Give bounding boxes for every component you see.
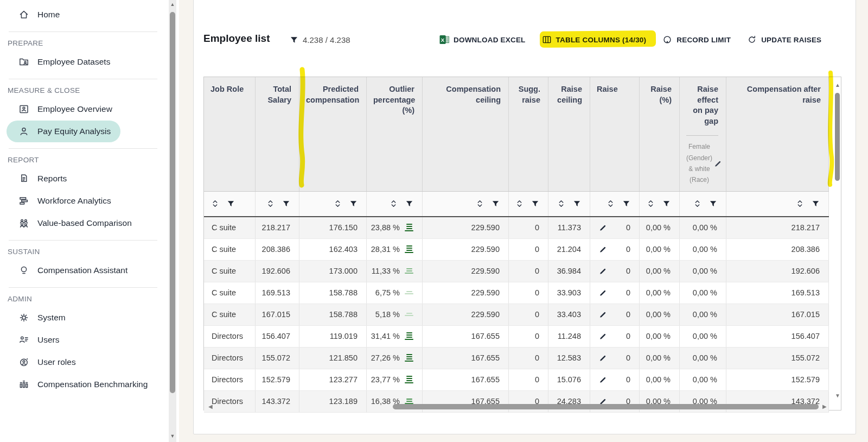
table-hscroll-thumb[interactable] (393, 404, 819, 409)
scroll-left-icon[interactable]: ◀ (208, 404, 213, 409)
sidebar-item-workforce-analytics[interactable]: Workforce Analytics (7, 190, 121, 212)
cell-job-role: C suite (204, 239, 256, 260)
sort-icon[interactable] (607, 199, 614, 208)
table-header-row: Job RoleTotal SalaryPredicted compensati… (204, 77, 829, 192)
sidebar-item-employee-overview[interactable]: Employee Overview (7, 98, 122, 120)
edit-raise-icon[interactable] (599, 311, 607, 319)
sidebar-item-value-based-comparison[interactable]: Value-based Comparison (7, 212, 142, 234)
cell-raise-ceiling: 33.903 (548, 282, 590, 304)
cell-total-salary: 152.579 (256, 369, 299, 390)
table-row[interactable]: C suite192.606173.00011,33 %229.590036.9… (204, 261, 829, 282)
filter-cell-raise-pct (640, 192, 680, 216)
sort-icon[interactable] (476, 199, 483, 208)
cell-predicted: 173.000 (299, 261, 367, 282)
outlier-severity-icon (405, 268, 413, 274)
update-raises-button[interactable]: UPDATE RAISES (747, 35, 821, 45)
cell-total-salary: 155.072 (256, 348, 299, 369)
sidebar-item-system[interactable]: System (7, 307, 75, 329)
sidebar-item-compensation-benchmarking[interactable]: Compensation Benchmarking (7, 374, 157, 395)
funnel-icon[interactable] (227, 200, 235, 208)
cell-comp-after: 155.072 (726, 348, 829, 369)
sidebar-item-user-roles[interactable]: User roles (7, 351, 86, 373)
sidebar-scrollbar-thumb[interactable] (170, 12, 175, 393)
edit-raise-icon[interactable] (599, 224, 607, 232)
column-label: Raise ceiling (557, 85, 582, 104)
funnel-icon[interactable] (573, 200, 581, 208)
table-vertical-scrollbar[interactable]: ▲ ▼ (834, 78, 841, 402)
table-row[interactable]: Directors155.072121.85027,26 %167.655012… (204, 348, 829, 369)
sidebar-section-sustain: SUSTAIN (8, 248, 179, 256)
pencil-icon[interactable] (714, 160, 722, 168)
edit-raise-icon[interactable] (599, 245, 607, 254)
table-row[interactable]: Directors152.579123.27723,77 %167.655015… (204, 369, 829, 391)
table-horizontal-scrollbar[interactable]: ◀ ▶ (205, 403, 829, 410)
download-excel-button[interactable]: XDOWNLOAD EXCEL (439, 35, 526, 45)
cell-outlier-pct: 23,77 % (367, 369, 423, 390)
cell-comp-after: 156.407 (726, 326, 829, 347)
cell-comp-after: 208.386 (726, 239, 829, 260)
edit-raise-icon[interactable] (599, 376, 607, 384)
scroll-down-icon[interactable]: ▼ (835, 393, 840, 399)
page-title: Employee list (203, 33, 270, 45)
edit-raise-icon[interactable] (599, 354, 607, 362)
sidebar-item-compensation-assistant[interactable]: Compensation Assistant (7, 260, 137, 281)
scroll-up-icon[interactable]: ▲ (169, 2, 176, 7)
funnel-icon[interactable] (282, 200, 290, 208)
cell-comp-after: 167.015 (726, 304, 829, 325)
edit-raise-icon[interactable] (599, 332, 607, 340)
cell-predicted: 158.788 (299, 304, 367, 325)
table-row[interactable]: C suite208.386162.40328,31 %229.590021.2… (204, 239, 829, 261)
sort-icon[interactable] (390, 199, 397, 208)
scroll-down-icon[interactable]: ▼ (169, 433, 176, 439)
cell-outlier-pct: 11,33 % (367, 261, 423, 282)
cell-outlier-pct: 6,75 % (367, 282, 423, 304)
sort-icon[interactable] (558, 199, 565, 208)
sort-icon[interactable] (267, 199, 274, 208)
funnel-icon[interactable] (349, 200, 358, 208)
scroll-up-icon[interactable]: ▲ (835, 83, 840, 88)
sidebar-item-users[interactable]: Users (7, 329, 69, 351)
cell-pay-gap: 0,00 % (680, 261, 726, 282)
sidebar-item-label: Value-based Comparison (37, 218, 132, 228)
sort-icon[interactable] (212, 199, 219, 208)
cell-raise: 0 (590, 282, 640, 304)
funnel-icon[interactable] (709, 200, 717, 208)
table-row[interactable]: C suite218.217176.15023,88 %229.590011.3… (204, 217, 829, 239)
cell-comp-ceiling: 229.590 (423, 239, 509, 260)
record-limit-button[interactable]: RECORD LIMIT (662, 35, 731, 45)
cell-raise: 0 (590, 348, 640, 369)
table-row[interactable]: C suite167.015158.7885,18 %229.590033.40… (204, 304, 829, 326)
table-vscroll-thumb[interactable] (835, 93, 840, 181)
table-row[interactable]: C suite169.513158.7886,75 %229.590033.90… (204, 282, 829, 304)
sort-icon[interactable] (647, 199, 654, 208)
table-row[interactable]: Directors156.407119.01931,41 %167.655011… (204, 326, 829, 348)
sidebar-scrollbar[interactable]: ▲ ▼ (169, 0, 176, 442)
funnel-icon[interactable] (622, 200, 630, 208)
edit-raise-icon[interactable] (599, 267, 607, 275)
sidebar-item-employee-datasets[interactable]: Employee Datasets (7, 51, 120, 73)
sort-icon[interactable] (516, 199, 523, 208)
funnel-icon[interactable] (405, 200, 413, 208)
sidebar-item-reports[interactable]: Reports (7, 168, 76, 190)
cell-raise-pct: 0,00 % (640, 304, 680, 325)
sort-icon[interactable] (694, 199, 701, 208)
funnel-icon[interactable] (492, 200, 500, 208)
sidebar-nav: HomePREPAREEmployee DatasetsMEASURE & CL… (0, 0, 179, 395)
scroll-right-icon[interactable]: ▶ (822, 404, 827, 409)
sort-icon[interactable] (796, 199, 803, 208)
cell-raise-ceiling: 21.204 (548, 239, 590, 260)
funnel-icon[interactable] (662, 200, 671, 208)
table-columns-label: TABLE COLUMNS (14/30) (556, 36, 647, 44)
table-columns-button[interactable]: TABLE COLUMNS (14/30) (542, 35, 647, 45)
sidebar-item-label: Home (37, 10, 60, 20)
sidebar-item-home[interactable]: Home (7, 4, 69, 26)
funnel-icon[interactable] (531, 200, 539, 208)
sort-icon[interactable] (334, 199, 341, 208)
sidebar-section-admin: ADMIN (8, 295, 179, 303)
filter-cell-job-role (204, 192, 256, 216)
sidebar-item-pay-equity-analysis[interactable]: Pay Equity Analysis (7, 121, 120, 142)
funnel-icon[interactable] (812, 200, 820, 208)
cell-raise-ceiling: 33.403 (548, 304, 590, 325)
edit-raise-icon[interactable] (599, 289, 607, 297)
table-columns-icon (542, 35, 552, 45)
